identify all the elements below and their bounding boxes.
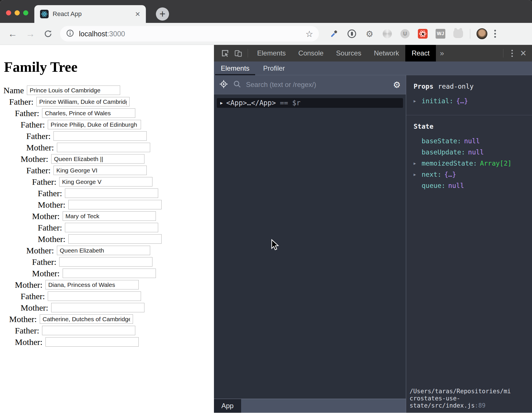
onepassword-keyhole-icon[interactable] xyxy=(347,29,357,39)
person-name-input[interactable] xyxy=(51,154,144,164)
wj-icon[interactable]: WJ xyxy=(436,29,445,39)
devtools-close-icon[interactable]: × xyxy=(520,47,526,59)
person-name-input[interactable] xyxy=(57,246,150,255)
zoom-window-button[interactable] xyxy=(23,10,28,15)
expand-icon[interactable]: ▶ xyxy=(414,171,422,178)
tree-node-app[interactable]: ▶ <App>…</App> == $r xyxy=(217,98,403,108)
state-value: null xyxy=(464,138,480,145)
expand-icon[interactable]: ▶ xyxy=(414,160,422,167)
forward-button[interactable]: → xyxy=(25,28,36,39)
person-name-input[interactable] xyxy=(48,291,141,301)
row-label: Father: xyxy=(21,120,45,130)
swirl-icon[interactable] xyxy=(382,29,392,39)
select-component-icon[interactable] xyxy=(219,80,228,90)
browser-tab[interactable]: React App × xyxy=(34,5,146,23)
form-row: Father: xyxy=(0,108,214,118)
u-badge-icon[interactable]: U xyxy=(400,29,410,39)
component-tree-pane: ⚙ ▶ <App>…</App> == $r App xyxy=(214,75,406,413)
eyedropper-icon[interactable] xyxy=(329,29,339,39)
prop-entry[interactable]: ▶ initial: {…} xyxy=(414,98,527,105)
person-name-input[interactable] xyxy=(68,234,162,244)
devtools-tab[interactable]: Elements xyxy=(251,45,292,61)
bookmark-star-icon[interactable]: ☆ xyxy=(305,29,313,39)
person-name-input[interactable] xyxy=(51,303,144,312)
person-name-input[interactable] xyxy=(53,131,147,141)
device-toolbar-icon[interactable] xyxy=(232,45,245,61)
component-source-path[interactable]: /Users/taras/Repositories/microstates-us… xyxy=(410,388,513,409)
person-name-input[interactable] xyxy=(59,257,152,267)
props-list: ▶ initial: {…} xyxy=(414,98,527,105)
person-name-input[interactable] xyxy=(45,337,139,347)
person-name-input[interactable] xyxy=(40,314,133,324)
new-tab-button[interactable]: + xyxy=(156,7,169,21)
devtools-tab[interactable]: React xyxy=(405,45,436,61)
expand-arrow-icon[interactable]: ▶ xyxy=(220,100,223,106)
page-content: Family Tree Name Father: Father: xyxy=(0,45,214,413)
more-tabs-icon[interactable]: » xyxy=(440,49,444,58)
row-label: Mother: xyxy=(9,314,37,324)
row-label: Father: xyxy=(32,257,56,267)
form-row: Father: xyxy=(0,223,214,232)
row-label: Father: xyxy=(21,291,45,301)
address-bar[interactable]: localhost:3000 ☆ xyxy=(60,26,319,41)
tree-search-bar: ⚙ xyxy=(214,75,406,94)
person-name-input[interactable] xyxy=(42,326,135,335)
state-value: null xyxy=(468,149,484,156)
state-key: baseState: xyxy=(422,138,461,145)
state-entry[interactable]: ▶ queue: null xyxy=(414,182,527,189)
row-label: Mother: xyxy=(21,303,48,313)
row-label: Father: xyxy=(9,97,33,107)
settings-gear-icon[interactable]: ⚙ xyxy=(393,80,401,90)
state-entry[interactable]: ▶ baseUpdate: null xyxy=(414,149,527,156)
devtools-tab[interactable]: Sources xyxy=(330,45,368,61)
inspect-element-icon[interactable] xyxy=(219,45,232,61)
expand-icon[interactable]: ▶ xyxy=(414,98,422,105)
devtools-tab[interactable]: Console xyxy=(292,45,330,61)
react-devtools-icon[interactable] xyxy=(418,29,428,39)
person-name-input[interactable] xyxy=(59,177,152,186)
person-name-input[interactable] xyxy=(53,166,147,175)
prop-key: initial: xyxy=(422,98,453,105)
state-entry[interactable]: ▶ next: {…} xyxy=(414,171,527,178)
react-favicon-icon xyxy=(40,10,49,18)
form-row: Father: xyxy=(0,257,214,267)
form-row: Mother: xyxy=(0,337,214,347)
person-name-input[interactable] xyxy=(68,200,162,209)
page-title: Family Tree xyxy=(4,59,214,75)
form-row: Father: xyxy=(0,188,214,198)
profile-avatar[interactable] xyxy=(477,28,487,39)
url-port: :3000 xyxy=(107,30,125,38)
close-window-button[interactable] xyxy=(6,10,11,15)
tree-search-input[interactable] xyxy=(246,81,388,89)
person-name-input[interactable] xyxy=(42,108,135,118)
person-name-input[interactable] xyxy=(57,143,150,152)
devtools-tab[interactable]: Network xyxy=(368,45,405,61)
site-info-icon[interactable] xyxy=(66,29,74,39)
reload-button[interactable] xyxy=(42,28,54,39)
person-name-input[interactable] xyxy=(65,223,158,232)
devtools-menu-icon[interactable] xyxy=(511,50,513,57)
gear-bug-icon[interactable]: ⚙ xyxy=(365,29,374,39)
form-row: Name xyxy=(0,86,214,95)
react-panel-tab[interactable]: Profiler xyxy=(256,61,292,75)
person-name-input[interactable] xyxy=(63,211,156,221)
row-label: Father: xyxy=(26,131,51,141)
row-label: Mother: xyxy=(38,200,65,210)
tab-close-icon[interactable]: × xyxy=(135,10,140,18)
back-button[interactable]: ← xyxy=(7,28,18,39)
person-name-input[interactable] xyxy=(27,86,120,95)
react-panel-tab[interactable]: Elements xyxy=(214,61,256,75)
person-name-input[interactable] xyxy=(63,269,156,278)
minimize-window-button[interactable] xyxy=(15,10,20,15)
ember-hamster-icon[interactable] xyxy=(453,29,463,39)
person-name-input[interactable] xyxy=(45,280,139,289)
breadcrumb-app[interactable]: App xyxy=(214,399,241,413)
person-name-input[interactable] xyxy=(65,188,158,198)
state-value: {…} xyxy=(444,171,456,178)
devtools-tabs: Elements Console Sources Network React xyxy=(251,45,436,61)
state-entry[interactable]: ▶ memoizedState: Array[2] xyxy=(414,160,527,167)
browser-menu-icon[interactable] xyxy=(494,30,496,38)
person-name-input[interactable] xyxy=(48,120,141,129)
state-entry[interactable]: ▶ baseState: null xyxy=(414,138,527,145)
person-name-input[interactable] xyxy=(36,97,130,106)
